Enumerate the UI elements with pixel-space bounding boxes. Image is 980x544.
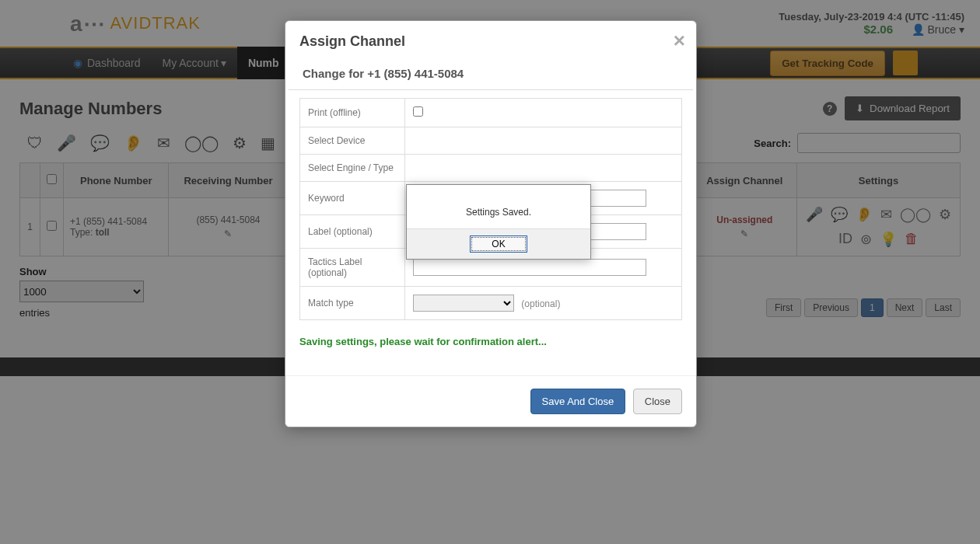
label-tactics: Tactics Label (optional) bbox=[300, 249, 405, 287]
label-engine: Select Engine / Type bbox=[300, 155, 405, 182]
label-match: Match type bbox=[300, 287, 405, 320]
label-label: Label (optional) bbox=[300, 215, 405, 249]
modal-subtitle: Change for +1 (855) 441-5084 bbox=[289, 58, 693, 90]
label-device: Select Device bbox=[300, 127, 405, 155]
ok-button[interactable]: OK bbox=[470, 235, 527, 253]
alert-button-row: OK bbox=[407, 228, 590, 259]
print-checkbox[interactable] bbox=[413, 106, 423, 117]
modal-title: Assign Channel bbox=[299, 33, 682, 50]
alert-dialog: Settings Saved. OK bbox=[406, 184, 591, 260]
close-icon[interactable]: × bbox=[674, 30, 685, 51]
label-keyword: Keyword bbox=[300, 182, 405, 215]
close-button[interactable]: Close bbox=[633, 389, 682, 414]
optional-text: (optional) bbox=[521, 298, 560, 309]
alert-message: Settings Saved. bbox=[407, 185, 590, 228]
save-and-close-button[interactable]: Save And Close bbox=[530, 389, 626, 414]
modal-footer: Save And Close Close bbox=[285, 375, 696, 427]
saving-message: Saving settings, please wait for confirm… bbox=[285, 328, 696, 352]
match-type-select[interactable] bbox=[413, 295, 514, 312]
label-print: Print (offline) bbox=[300, 99, 405, 127]
tactics-input[interactable] bbox=[413, 259, 646, 276]
modal-header: Assign Channel × bbox=[285, 21, 696, 58]
